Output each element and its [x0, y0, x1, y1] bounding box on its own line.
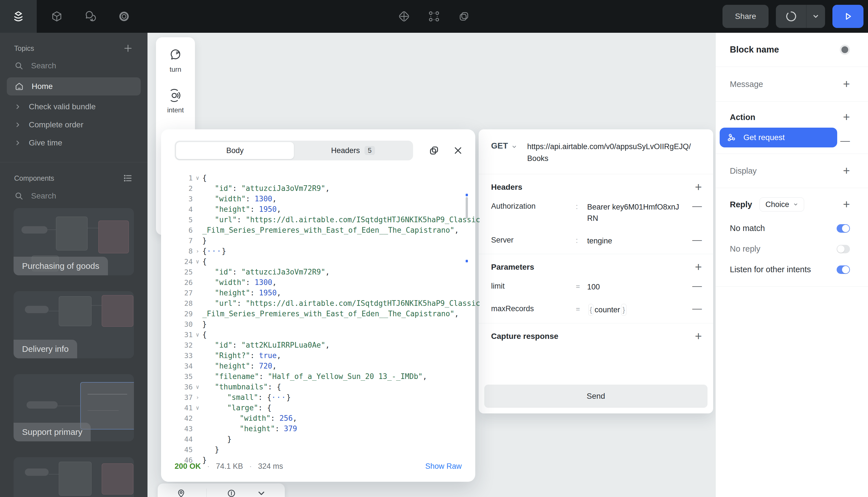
app-logo[interactable] [0, 0, 37, 33]
add-topic-button[interactable] [123, 43, 133, 53]
sidebar-topic-item[interactable]: Give time [7, 134, 141, 151]
settings-gear-icon[interactable] [117, 10, 130, 23]
component-card[interactable]: Support primary [14, 374, 134, 441]
conversations-icon[interactable] [84, 10, 97, 23]
fold-caret-icon[interactable] [193, 351, 202, 361]
intent-icon [168, 88, 183, 103]
select-points-icon[interactable] [428, 10, 440, 23]
parameter-key[interactable]: maxRecords [491, 304, 576, 313]
send-button[interactable]: Send [484, 385, 708, 408]
component-card[interactable]: Delivery info [14, 291, 134, 358]
add-message-button[interactable]: + [843, 80, 850, 88]
remove-header-button[interactable]: — [692, 201, 702, 210]
parameter-value[interactable]: 100 [587, 281, 682, 293]
fold-caret-icon[interactable] [193, 298, 202, 309]
sidebar-item-home[interactable]: Home [7, 77, 141, 96]
toggle-switch[interactable] [837, 266, 850, 274]
palette-item-intent[interactable]: intent [167, 88, 184, 114]
add-reply-button[interactable]: + [843, 200, 850, 209]
add-header-button[interactable]: + [695, 183, 702, 191]
remove-action-button[interactable]: — [840, 136, 850, 145]
fold-caret-icon[interactable] [193, 361, 202, 371]
components-list-view-icon[interactable] [123, 173, 133, 183]
fold-caret-icon[interactable]: ∨ [193, 403, 202, 413]
variable-chip[interactable]: {counter} [587, 304, 628, 316]
fold-caret-icon[interactable] [193, 340, 202, 351]
url-input[interactable]: https://api.airtable.com/v0/appsuSyLvOII… [527, 141, 691, 164]
fold-caret-icon[interactable] [193, 319, 202, 329]
fold-caret-icon[interactable] [193, 434, 202, 444]
reply-type-select[interactable]: Choice [759, 197, 804, 212]
fold-caret-icon[interactable]: ∨ [193, 382, 202, 392]
get-request-action-button[interactable]: Get request [720, 128, 837, 147]
fold-caret-icon[interactable] [193, 288, 202, 298]
components-search-input[interactable]: Search [0, 186, 148, 206]
header-value[interactable]: Bearer key6M01HmfO8xnJRN [587, 201, 682, 224]
fold-caret-icon[interactable] [193, 225, 202, 236]
zoom-reset-icon[interactable] [227, 488, 236, 497]
map-pin-icon[interactable] [176, 488, 186, 497]
toggle-switch[interactable] [837, 224, 850, 233]
fold-caret-icon[interactable]: ∨ [193, 329, 202, 340]
remove-parameter-button[interactable]: — [692, 281, 702, 290]
fold-caret-icon[interactable] [193, 267, 202, 277]
cube-icon[interactable] [50, 10, 63, 23]
run-options-chevron-icon[interactable] [807, 5, 825, 28]
chevron-down-icon [512, 144, 517, 150]
remove-parameter-button[interactable]: — [692, 304, 702, 312]
run-play-button[interactable] [832, 5, 864, 28]
palette-item-turn[interactable]: turn [168, 47, 183, 73]
scrollbar-thumb[interactable] [466, 197, 468, 218]
close-icon[interactable] [453, 146, 463, 155]
fold-caret-icon[interactable]: ∨ [193, 173, 202, 183]
response-body-code[interactable]: 1∨{2"id": "attuzciJa3oVm72R9",3"width": … [161, 160, 475, 465]
header-value[interactable]: tengine [587, 235, 682, 246]
copy-layers-icon[interactable] [458, 10, 471, 23]
fold-caret-icon[interactable]: ∨ [193, 256, 202, 267]
code-token: 379 [284, 424, 297, 433]
fold-caret-icon[interactable] [193, 236, 202, 246]
run-status-icon[interactable] [776, 5, 807, 28]
fold-caret-icon[interactable] [193, 277, 202, 288]
copy-response-icon[interactable] [428, 145, 440, 156]
add-capture-button[interactable]: + [695, 332, 702, 341]
header-key[interactable]: Server [491, 235, 576, 244]
toggle-label: No reply [730, 244, 760, 254]
topics-search-input[interactable]: Search [0, 56, 148, 76]
fold-caret-icon[interactable] [193, 444, 202, 455]
add-display-button[interactable]: + [843, 167, 850, 175]
block-color-radio[interactable] [840, 45, 850, 55]
sidebar-topic-item[interactable]: Complete order [7, 116, 141, 133]
fold-caret-icon[interactable] [193, 424, 202, 434]
add-action-button[interactable]: + [843, 113, 850, 122]
component-card[interactable]: Purchasing of goods [14, 208, 134, 275]
fold-caret-icon[interactable] [193, 371, 202, 382]
show-raw-link[interactable]: Show Raw [425, 462, 462, 471]
fold-caret-icon[interactable] [193, 194, 202, 204]
flow-canvas[interactable]: turn intent l( nf [148, 33, 715, 497]
fold-caret-icon[interactable] [193, 309, 202, 319]
method-select[interactable]: GET [491, 141, 517, 164]
fold-caret-icon[interactable] [193, 413, 202, 424]
fold-caret-icon[interactable] [193, 183, 202, 194]
run-split-button [776, 5, 825, 28]
toggle-switch[interactable] [837, 245, 850, 253]
modal-scrollbar[interactable] [466, 129, 468, 482]
prototype-diamond-icon[interactable] [397, 10, 410, 23]
fold-caret-icon[interactable]: › [193, 392, 202, 403]
sidebar-topic-item[interactable]: Check valid bundle [7, 98, 141, 115]
fold-caret-icon[interactable]: › [193, 246, 202, 256]
chevron-down-icon[interactable] [256, 488, 266, 497]
header-key[interactable]: Authorization [491, 201, 576, 211]
code-token: , [325, 341, 330, 349]
component-card[interactable] [14, 457, 134, 497]
tab-body[interactable]: Body [176, 142, 294, 159]
fold-caret-icon[interactable] [193, 204, 202, 215]
remove-header-button[interactable]: — [692, 235, 702, 244]
add-parameter-button[interactable]: + [695, 263, 702, 271]
parameter-value[interactable]: {counter} [587, 304, 682, 316]
share-button[interactable]: Share [723, 5, 769, 28]
parameter-key[interactable]: limit [491, 281, 576, 290]
fold-caret-icon[interactable] [193, 215, 202, 225]
tab-headers[interactable]: Headers 5 [294, 142, 412, 159]
